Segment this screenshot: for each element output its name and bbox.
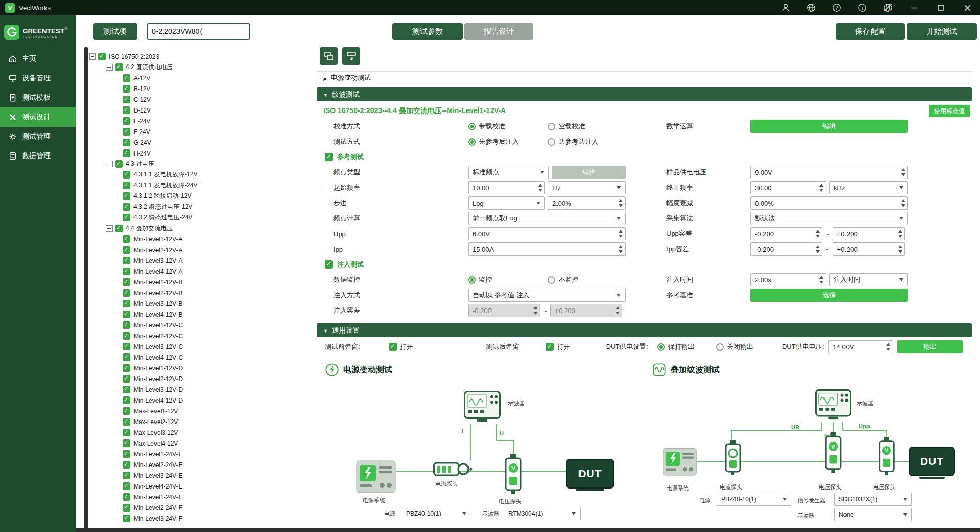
info-icon[interactable]: i (857, 3, 867, 13)
tree-checkbox[interactable] (123, 375, 130, 383)
tree-checkbox[interactable] (123, 493, 130, 501)
tree-item[interactable]: F-24V (76, 126, 307, 137)
tree-checkbox[interactable] (123, 192, 130, 200)
spinner-up-icon[interactable] (619, 245, 623, 248)
spinner-down-icon[interactable] (898, 235, 902, 238)
spinner-down-icon[interactable] (619, 235, 623, 238)
tree-item[interactable]: Min-Level4-12V-B (76, 309, 307, 320)
tree-checkbox[interactable] (123, 171, 130, 179)
tree-item[interactable]: Max-Level3-12V (76, 427, 307, 438)
diagram-right-signal-gen-select[interactable]: SDG1032X(1) (834, 493, 912, 506)
tree-item[interactable]: 4.3.1.2 跨接启动-12V (76, 191, 307, 202)
tree-checkbox[interactable] (123, 139, 130, 146)
tab-test-parameters[interactable]: 测试参数 (392, 23, 463, 40)
spinner-down-icon[interactable] (901, 173, 905, 176)
save-config-button[interactable]: 保存配置 (836, 23, 905, 40)
start-freq-spinner[interactable]: 10.00 (468, 181, 545, 194)
start-freq-unit-select[interactable]: Hz (548, 181, 626, 194)
section-power-variation[interactable]: 电源变动测试 (317, 71, 972, 84)
spinner-up-icon[interactable] (898, 230, 902, 233)
tree-item[interactable]: H-24V (76, 148, 307, 159)
tree-checkbox[interactable] (123, 353, 130, 361)
tree-checkbox[interactable] (123, 289, 130, 297)
tree-checkbox[interactable] (123, 396, 130, 404)
tree-item[interactable]: C-12V (76, 94, 307, 105)
tree-item[interactable]: Min-Level4-12V-C (76, 352, 307, 363)
spinner-up-icon[interactable] (619, 199, 623, 202)
upp-spinner[interactable]: 6.00V (468, 227, 626, 240)
use-standard-values-button[interactable]: 使用标准值 (929, 105, 970, 117)
tree-scrollbar[interactable] (84, 47, 88, 532)
tree-checkbox[interactable] (123, 482, 130, 490)
tree-item[interactable]: 4.3.1.1 发电机故障-12V (76, 169, 307, 180)
user-icon[interactable] (781, 3, 791, 13)
stop-freq-unit-select[interactable]: kHz (829, 181, 908, 194)
inject-method-select[interactable]: 自动以 参考值 注入 (468, 289, 626, 302)
tree-item[interactable]: Min-Level2-12V-A (76, 245, 307, 255)
spinner-down-icon[interactable] (816, 235, 820, 238)
tree-item[interactable]: Min-Level3-12V-B (76, 298, 307, 309)
section-general-settings[interactable]: 通用设置 (317, 323, 972, 337)
tree-expander-icon[interactable] (106, 161, 113, 167)
math-edit-button[interactable]: 编辑 (750, 120, 908, 133)
tree-item[interactable]: Min-Level2-24V-F (76, 502, 307, 513)
tree-checkbox[interactable] (115, 160, 123, 168)
tree-checkbox[interactable] (123, 96, 130, 103)
tree-item[interactable]: Min-Level4-12V-D (76, 395, 307, 406)
tree-item[interactable]: 4.4 叠加交流电压 (76, 223, 307, 234)
tree-item[interactable]: Min-Level2-12V-D (76, 373, 307, 384)
maximize-button[interactable] (935, 2, 946, 13)
method-ref-then-inject-radio[interactable]: 先参考后注入 (468, 137, 545, 146)
tree-checkbox[interactable] (123, 332, 130, 340)
tree-checkbox[interactable] (123, 235, 130, 243)
spinner-down-icon[interactable] (619, 204, 623, 207)
tree-item[interactable]: Min-Level2-24V-E (76, 459, 307, 470)
freq-calc-select[interactable]: 前一频点取Log (468, 212, 626, 225)
sidebar-item-test-management[interactable]: 测试管理 (0, 127, 76, 146)
sidebar-item-test-design[interactable]: 测试设计 (0, 107, 76, 127)
ipp-tol-min-spinner[interactable]: -0.200 (750, 242, 822, 256)
tree-item[interactable]: Min-Level3-12V-A (76, 255, 307, 266)
tree-item[interactable]: ISO 16750-2:2023 (76, 51, 307, 62)
tree-checkbox[interactable] (123, 343, 130, 350)
tree-item[interactable]: A-12V (76, 73, 307, 83)
tree-item[interactable]: Min-Level3-24V-E (76, 470, 307, 481)
calibration-no-load-radio[interactable]: 空载校准 (548, 122, 625, 131)
post-popup-checkbox[interactable] (546, 343, 554, 351)
spinner-down-icon[interactable] (816, 250, 820, 253)
tree-checkbox[interactable] (123, 182, 130, 189)
tree-item[interactable]: 4.3.1.1 发电机故障-24V (76, 180, 307, 191)
tree-checkbox[interactable] (123, 149, 130, 157)
tree-checkbox[interactable] (123, 278, 130, 286)
tree-item[interactable]: Min-Level1-24V-F (76, 492, 307, 502)
tree-checkbox[interactable] (123, 439, 130, 447)
spinner-up-icon[interactable] (901, 168, 905, 171)
network-offline-icon[interactable] (883, 3, 893, 13)
spinner-down-icon[interactable] (901, 204, 905, 207)
pre-popup-checkbox[interactable] (389, 343, 397, 351)
dut-voltage-spinner[interactable]: 14.00V (828, 340, 893, 353)
tree-checkbox[interactable] (123, 268, 130, 275)
ipp-tol-max-spinner[interactable]: +0.200 (833, 242, 905, 256)
stop-freq-spinner[interactable]: 30.00 (750, 181, 826, 194)
close-button[interactable] (962, 2, 973, 13)
sidebar-item-test-template[interactable]: 测试模板 (0, 88, 76, 107)
tree-expander-icon[interactable] (89, 53, 96, 60)
tree-checkbox[interactable] (123, 117, 130, 125)
tree-item[interactable]: Min-Level2-12V-B (76, 287, 307, 298)
spinner-down-icon[interactable] (886, 348, 890, 351)
tree-checkbox[interactable] (123, 311, 130, 318)
tree-checkbox[interactable] (123, 407, 130, 415)
tree-item[interactable]: 4.2 直流供电电压 (76, 62, 307, 73)
spinner-down-icon[interactable] (819, 189, 823, 192)
tree-item[interactable]: Min-Level1-12V-D (76, 363, 307, 373)
output-button[interactable]: 输出 (897, 340, 963, 353)
tree-checkbox[interactable] (123, 461, 130, 469)
inject-test-checkbox[interactable] (325, 260, 333, 269)
upp-tol-min-spinner[interactable]: -0.200 (750, 227, 822, 240)
tree-item[interactable]: Max-Level1-12V (76, 406, 307, 416)
tree-checkbox[interactable] (123, 321, 130, 329)
collect-algo-select[interactable]: 默认法 (750, 212, 908, 225)
sample-voltage-spinner[interactable]: 9.00V (750, 166, 908, 179)
sidebar-item-data-management[interactable]: 数据管理 (0, 146, 76, 166)
